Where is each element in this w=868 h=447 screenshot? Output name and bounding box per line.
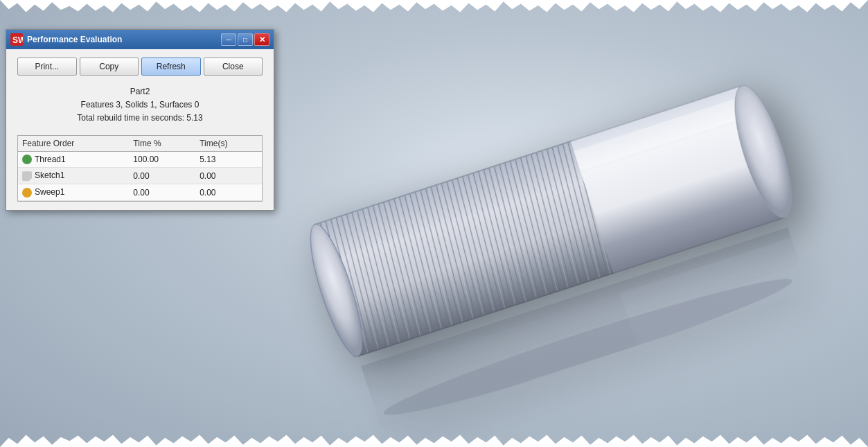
table-row: Thread1 100.00 5.13 [18, 151, 262, 168]
close-window-button[interactable]: ✕ [254, 33, 269, 46]
feature-name-cell: Sweep1 [18, 184, 129, 201]
table-row: Sketch1 0.00 0.00 [18, 168, 262, 184]
bolt-3d-view [263, 42, 831, 402]
solidworks-icon: SW [10, 33, 23, 46]
rebuild-time-line: Total rebuild time in seconds: 5.13 [17, 112, 263, 125]
col-header-feature: Feature Order [18, 136, 129, 152]
restore-button[interactable]: □ [238, 33, 253, 46]
summary-section: Part2 Features 3, Solids 1, Surfaces 0 T… [17, 85, 263, 125]
col-header-time-s: Time(s) [195, 136, 262, 152]
time-s-cell: 0.00 [195, 168, 262, 184]
time-s-cell: 0.00 [195, 184, 262, 201]
time-pct-cell: 0.00 [129, 168, 195, 184]
refresh-button[interactable]: Refresh [141, 58, 201, 76]
sweep-icon [22, 188, 32, 198]
sketch-icon [22, 171, 32, 181]
feature-name-cell: Thread1 [18, 151, 129, 168]
features-line: Features 3, Solids 1, Surfaces 0 [17, 98, 263, 112]
dialog-titlebar: SW Performance Evaluation ─ □ ✕ [6, 30, 274, 49]
feature-name-cell: Sketch1 [18, 168, 129, 184]
col-header-time-pct: Time % [129, 136, 195, 152]
thread-icon [22, 155, 32, 164]
toolbar: Print... Copy Refresh Close [17, 58, 263, 76]
table-row: Sweep1 0.00 0.00 [18, 184, 262, 201]
part-name: Part2 [17, 85, 263, 98]
dialog-content: Print... Copy Refresh Close Part2 Featur… [6, 49, 274, 210]
print-button[interactable]: Print... [17, 58, 77, 76]
svg-rect-87 [620, 237, 834, 425]
performance-table-wrapper: Feature Order Time % Time(s) Thread1 100… [17, 135, 263, 202]
performance-evaluation-dialog: SW Performance Evaluation ─ □ ✕ Print...… [6, 29, 274, 211]
copy-button[interactable]: Copy [80, 58, 139, 76]
performance-table: Feature Order Time % Time(s) Thread1 100… [18, 136, 262, 201]
minimize-button[interactable]: ─ [221, 33, 236, 46]
time-pct-cell: 0.00 [129, 184, 195, 201]
time-pct-cell: 100.00 [129, 151, 195, 168]
svg-text:SW: SW [12, 35, 23, 45]
dialog-title: Performance Evaluation [27, 35, 220, 44]
close-button[interactable]: Close [204, 58, 263, 76]
time-s-cell: 5.13 [195, 151, 262, 168]
